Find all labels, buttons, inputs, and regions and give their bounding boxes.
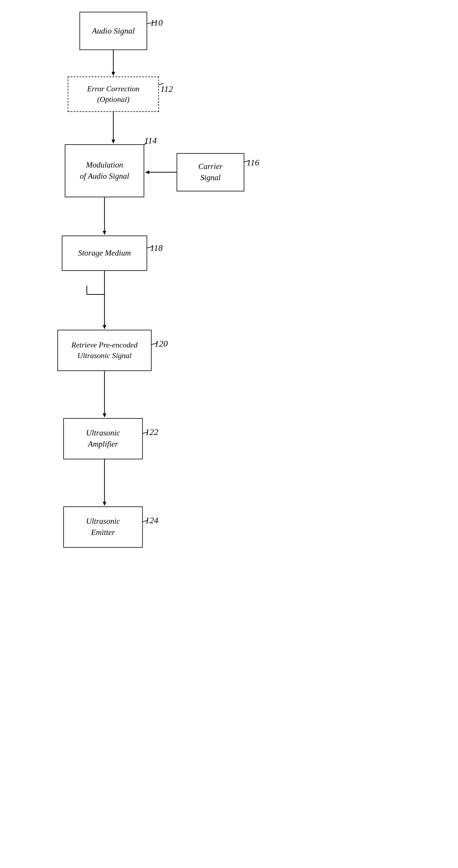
- label-124: 124: [145, 515, 158, 525]
- svg-marker-5: [145, 170, 149, 174]
- carrier-signal-label: CarrierSignal: [198, 161, 223, 183]
- ultrasonic-amplifier-block: UltrasonicAmplifier: [63, 418, 143, 459]
- svg-marker-12: [103, 325, 106, 329]
- label-114: 114: [144, 135, 157, 146]
- svg-marker-3: [111, 140, 115, 144]
- label-120: 120: [155, 339, 168, 349]
- retrieve-signal-block: Retrieve Pre-encodedUltrasonic Signal: [57, 330, 152, 371]
- carrier-signal-block: CarrierSignal: [176, 153, 244, 191]
- audio-signal-block: Audio Signal: [79, 12, 147, 50]
- storage-medium-label: Storage Medium: [78, 248, 131, 259]
- modulation-label: Modulationof Audio Signal: [80, 160, 129, 182]
- label-122: 122: [145, 427, 158, 437]
- ref-line-110: [0, 0, 458, 59]
- svg-marker-7: [103, 231, 106, 235]
- ultrasonic-emitter-block: UltrasonicEmitter: [63, 506, 143, 548]
- svg-marker-14: [103, 413, 106, 417]
- error-correction-label: Error Correction(Optional): [87, 84, 139, 105]
- error-correction-block: Error Correction(Optional): [68, 76, 159, 112]
- diagram-container: Audio Signal 110 Error Correction(Option…: [0, 0, 458, 868]
- modulation-block: Modulationof Audio Signal: [65, 144, 144, 197]
- label-110: 110: [150, 18, 163, 28]
- ultrasonic-amplifier-label: UltrasonicAmplifier: [86, 428, 120, 450]
- ultrasonic-emitter-label: UltrasonicEmitter: [86, 516, 120, 538]
- label-112: 112: [160, 84, 173, 94]
- label-118: 118: [150, 243, 163, 253]
- svg-marker-16: [103, 502, 106, 506]
- audio-signal-label: Audio Signal: [92, 25, 134, 36]
- svg-marker-1: [111, 72, 115, 76]
- retrieve-signal-label: Retrieve Pre-encodedUltrasonic Signal: [71, 340, 138, 361]
- storage-medium-block: Storage Medium: [62, 236, 147, 271]
- label-116: 116: [247, 157, 259, 167]
